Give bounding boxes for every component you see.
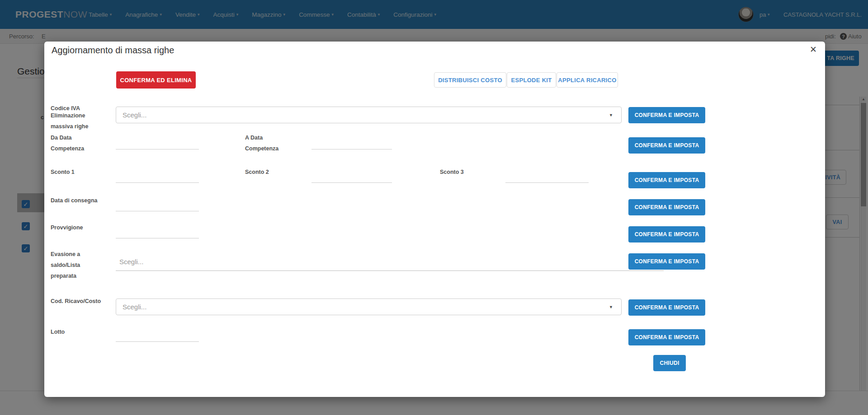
field-label-sconto3: Sconto 3 <box>440 167 503 177</box>
a-data-input[interactable] <box>311 137 392 149</box>
select-caret-icon: ▼ <box>609 113 613 117</box>
apply-markup-button[interactable]: APPLICA RICARICO <box>557 72 618 88</box>
select-placeholder: Scegli... <box>119 258 143 266</box>
field-label-a-data: A Data Competenza <box>245 132 308 154</box>
field-label-sconto2: Sconto 2 <box>245 167 308 177</box>
conferma-e-imposta-button[interactable]: CONFERMA E IMPOSTA <box>628 107 705 123</box>
page: PROGESTNOW Tabelle▾ Anagrafiche▾ Vendite… <box>0 0 868 415</box>
codice-iva-select[interactable]: Scegli... ▼ <box>116 107 622 123</box>
conferma-e-imposta-button[interactable]: CONFERMA E IMPOSTA <box>628 253 705 270</box>
consegna-input[interactable] <box>116 199 199 211</box>
confirm-delete-button[interactable]: CONFERMA ED ELIMINA <box>116 71 196 89</box>
field-label-ricavo: Cod. Ricavo/Costo <box>51 296 114 307</box>
lotto-input[interactable] <box>116 329 199 342</box>
ricavo-costo-select[interactable]: Scegli... ▼ <box>116 298 622 315</box>
field-label-evasione: Evasione a saldo/Lista preparata <box>51 249 114 281</box>
provvigione-input[interactable] <box>116 226 199 238</box>
select-caret-icon: ▼ <box>609 305 613 309</box>
close-icon[interactable]: ✕ <box>807 42 820 56</box>
field-label-consegna: Data di consegna <box>51 195 114 206</box>
chiudi-button[interactable]: CHIUDI <box>653 355 686 371</box>
sconto3-input[interactable] <box>505 170 589 183</box>
field-label-provvigione: Provvigione <box>51 222 114 233</box>
conferma-e-imposta-button[interactable]: CONFERMA E IMPOSTA <box>628 199 705 215</box>
explode-kit-button[interactable]: ESPLODE KIT <box>507 72 556 88</box>
field-label-codice-iva: Codice IVA <box>51 103 114 114</box>
evasione-select[interactable]: Scegli... ▼ <box>116 253 664 271</box>
mass-update-modal: Aggiornamento di massa righe ✕ Eliminazi… <box>44 42 825 397</box>
conferma-e-imposta-button[interactable]: CONFERMA E IMPOSTA <box>628 329 705 345</box>
conferma-e-imposta-button[interactable]: CONFERMA E IMPOSTA <box>628 137 705 154</box>
distribute-cost-button[interactable]: DISTRIBUISCI COSTO <box>434 72 506 88</box>
select-placeholder: Scegli... <box>123 111 146 119</box>
conferma-e-imposta-button[interactable]: CONFERMA E IMPOSTA <box>628 172 705 188</box>
sconto1-input[interactable] <box>116 170 199 183</box>
field-label-sconto1: Sconto 1 <box>51 167 114 177</box>
field-label-lotto: Lotto <box>51 326 114 337</box>
select-placeholder: Scegli... <box>123 303 146 311</box>
conferma-e-imposta-button[interactable]: CONFERMA E IMPOSTA <box>628 226 705 242</box>
field-label-da-data: Da Data Competenza <box>51 132 114 154</box>
sconto2-input[interactable] <box>311 170 392 183</box>
da-data-input[interactable] <box>116 137 199 149</box>
modal-title: Aggiornamento di massa righe <box>52 45 174 56</box>
conferma-e-imposta-button[interactable]: CONFERMA E IMPOSTA <box>628 299 705 316</box>
